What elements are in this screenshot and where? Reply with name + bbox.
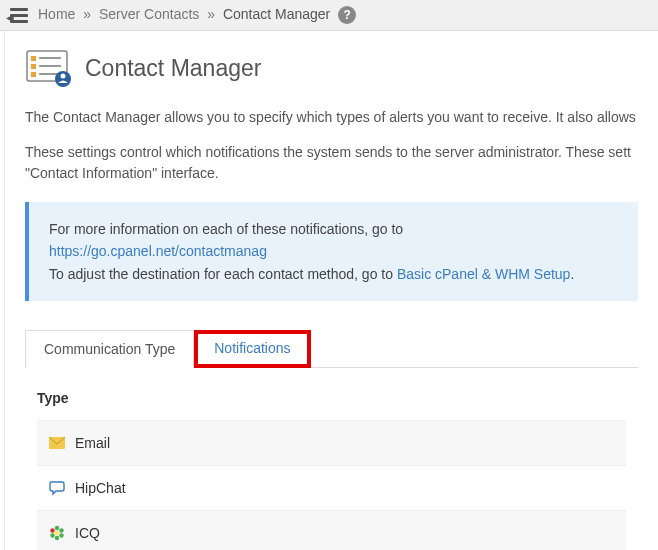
description-text: These settings control which notificatio… [25, 144, 631, 160]
svg-rect-2 [31, 64, 36, 69]
svg-rect-1 [31, 56, 36, 61]
table-row[interactable]: Email [37, 420, 626, 465]
svg-point-11 [59, 528, 63, 532]
svg-point-16 [55, 531, 59, 535]
page-title: Contact Manager [85, 55, 261, 82]
description-paragraph-1: The Contact Manager allows you to specif… [25, 107, 638, 128]
table-header-type: Type [37, 380, 626, 420]
breadcrumb-separator: » [83, 6, 91, 22]
info-link-docs[interactable]: https://go.cpanel.net/contactmanag [49, 243, 267, 259]
table-row[interactable]: ICQ [37, 510, 626, 550]
svg-point-15 [50, 528, 54, 532]
description-paragraph-2: These settings control which notificatio… [25, 142, 638, 184]
tab-notifications[interactable]: Notifications [194, 330, 310, 368]
table-row[interactable]: HipChat [37, 465, 626, 510]
row-label: HipChat [75, 480, 126, 496]
help-icon[interactable]: ? [338, 6, 356, 24]
tabs: Communication Type Notifications [25, 329, 638, 368]
page-header: Contact Manager [25, 49, 638, 87]
svg-point-12 [59, 533, 63, 537]
breadcrumb: Home » Server Contacts » Contact Manager… [38, 6, 356, 24]
contact-manager-icon [25, 49, 73, 87]
svg-point-13 [55, 536, 59, 540]
svg-point-10 [55, 526, 59, 530]
info-text: For more information on each of these no… [49, 221, 403, 237]
info-callout: For more information on each of these no… [25, 202, 638, 301]
tab-communication-type[interactable]: Communication Type [25, 330, 194, 368]
info-link-basic-setup[interactable]: Basic cPanel & WHM Setup [397, 266, 571, 282]
hipchat-icon [49, 480, 65, 496]
breadcrumb-separator: » [207, 6, 215, 22]
svg-rect-3 [31, 72, 36, 77]
page-content: Contact Manager The Contact Manager allo… [4, 31, 658, 550]
email-icon [49, 435, 65, 451]
row-label: ICQ [75, 525, 100, 541]
info-text: To adjust the destination for each conta… [49, 266, 397, 282]
info-text: . [570, 266, 574, 282]
info-line-1: For more information on each of these no… [49, 218, 618, 263]
svg-point-14 [50, 533, 54, 537]
svg-point-8 [61, 74, 66, 79]
top-bar: ◀ Home » Server Contacts » Contact Manag… [0, 0, 658, 31]
description-text: "Contact Information" interface. [25, 165, 219, 181]
info-line-2: To adjust the destination for each conta… [49, 263, 618, 285]
icq-icon [49, 525, 65, 541]
breadcrumb-home[interactable]: Home [38, 6, 75, 22]
breadcrumb-server-contacts[interactable]: Server Contacts [99, 6, 199, 22]
svg-point-7 [55, 71, 71, 87]
row-label: Email [75, 435, 110, 451]
hamburger-menu-icon[interactable]: ◀ [10, 8, 30, 23]
breadcrumb-current: Contact Manager [223, 6, 330, 22]
communication-type-table: Type Email HipChat [25, 380, 638, 550]
